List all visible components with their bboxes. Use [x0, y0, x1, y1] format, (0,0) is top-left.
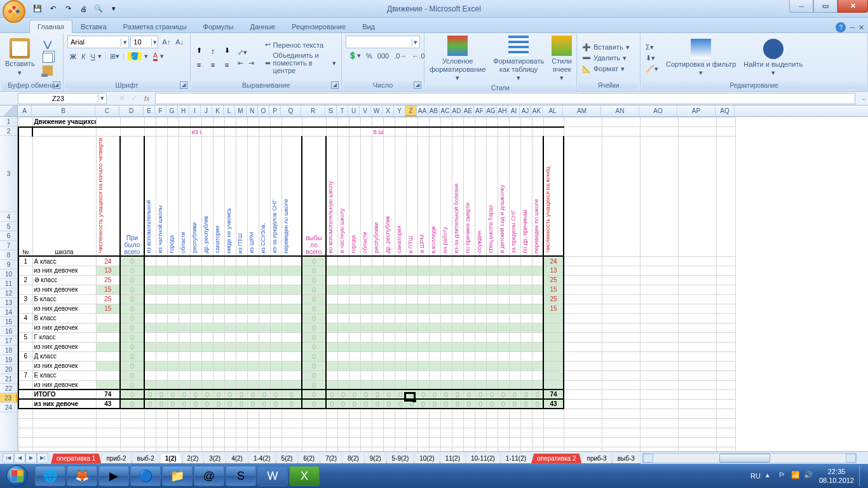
- language-indicator[interactable]: RU: [750, 472, 761, 480]
- ribbon-close-icon[interactable]: ✕: [858, 24, 864, 32]
- fill-color-button[interactable]: 🪣▾: [125, 51, 151, 62]
- sheet-tab[interactable]: 7(2): [320, 454, 342, 464]
- border-button[interactable]: ⊞▾: [107, 51, 122, 62]
- taskbar-firefox[interactable]: 🦊: [67, 466, 97, 486]
- increase-decimal-button[interactable]: .0→: [391, 51, 409, 60]
- column-header[interactable]: D: [119, 105, 144, 116]
- sheet-tab[interactable]: 10(2): [414, 454, 440, 464]
- row-header[interactable]: 3: [0, 136, 17, 212]
- column-header[interactable]: E: [144, 105, 155, 116]
- taskbar-explorer[interactable]: 📁: [162, 466, 193, 486]
- dialog-launcher-icon[interactable]: ◢: [53, 81, 60, 89]
- column-header[interactable]: S: [325, 105, 337, 116]
- row-header[interactable]: 23: [0, 393, 17, 403]
- save-icon[interactable]: 💾: [31, 2, 44, 16]
- ribbon-tab[interactable]: Данные: [241, 20, 283, 33]
- ribbon-tab[interactable]: Главная: [29, 20, 72, 33]
- dropdown-icon[interactable]: ▾: [98, 94, 106, 102]
- find-select-button[interactable]: Найти и выделить▾: [740, 37, 806, 78]
- cells-area[interactable]: Движение учащихся за 2 четверть ________…: [18, 117, 868, 451]
- column-header[interactable]: Q: [281, 105, 301, 116]
- column-header[interactable]: B: [32, 105, 95, 116]
- tab-first-icon[interactable]: |◀: [3, 453, 14, 463]
- dialog-launcher-icon[interactable]: ◢: [414, 81, 421, 89]
- column-header[interactable]: Y: [394, 105, 405, 116]
- row-header[interactable]: 12: [0, 288, 17, 298]
- row-header[interactable]: 10: [0, 269, 17, 279]
- clock[interactable]: 22:35 08.10.2012: [819, 467, 854, 485]
- tray-flag-icon[interactable]: 🏳: [778, 471, 789, 481]
- column-header[interactable]: AG: [485, 105, 497, 116]
- name-box-input[interactable]: [18, 95, 98, 102]
- taskbar-ie[interactable]: 🌐: [35, 466, 65, 486]
- office-button[interactable]: [3, 0, 25, 23]
- insert-cells-button[interactable]: ➕Вставить▾: [580, 43, 637, 52]
- dialog-launcher-icon[interactable]: ◢: [180, 81, 187, 89]
- sheet-tab[interactable]: 1-4(2): [248, 454, 276, 464]
- row-header[interactable]: 20: [0, 365, 17, 374]
- sheet-tab[interactable]: 2(2): [182, 454, 205, 464]
- align-left-button[interactable]: ≡: [192, 58, 206, 72]
- cell-styles-button[interactable]: Стили ячеек▾: [548, 34, 576, 84]
- column-header[interactable]: J: [201, 105, 212, 116]
- column-header[interactable]: U: [348, 105, 360, 116]
- tray-network-icon[interactable]: 📶: [791, 471, 801, 481]
- row-header[interactable]: 22: [0, 384, 17, 393]
- ribbon-minimize-icon[interactable]: ─: [850, 24, 855, 31]
- italic-button[interactable]: К: [79, 51, 88, 62]
- dropdown-icon[interactable]: ▾: [121, 38, 128, 46]
- sheet-tab[interactable]: 4(2): [226, 454, 248, 464]
- dropdown-icon[interactable]: ▾: [151, 38, 158, 46]
- column-header[interactable]: AM: [563, 105, 601, 116]
- sheet-tab[interactable]: 5-9(2): [386, 454, 415, 464]
- sheet-tab[interactable]: выб-3: [612, 454, 641, 464]
- preview-icon[interactable]: 🔍: [92, 2, 105, 16]
- bold-button[interactable]: Ж: [67, 51, 79, 62]
- qat-dropdown-icon[interactable]: ▾: [107, 2, 121, 16]
- font-size-combo[interactable]: ▾: [130, 36, 158, 48]
- column-header[interactable]: X: [383, 105, 394, 116]
- row-header[interactable]: 11: [0, 279, 17, 288]
- column-header[interactable]: G: [166, 105, 178, 116]
- format-as-table-button[interactable]: Форматировать как таблицу▾: [489, 34, 548, 84]
- taskbar-chrome[interactable]: 🔵: [130, 466, 161, 486]
- cancel-formula-icon[interactable]: ✕: [116, 93, 127, 104]
- accounting-format-button[interactable]: 💲▾: [346, 51, 363, 60]
- column-header[interactable]: M: [235, 105, 247, 116]
- row-header[interactable]: 2: [0, 126, 17, 136]
- scroll-right-icon[interactable]: [846, 454, 856, 463]
- sheet-tab[interactable]: 10-11(2): [465, 454, 501, 464]
- sheet-tab[interactable]: приб-3: [581, 454, 612, 464]
- maximize-button[interactable]: ▭: [813, 0, 837, 13]
- column-header[interactable]: I: [189, 105, 201, 116]
- autosum-button[interactable]: Σ▾: [643, 43, 661, 52]
- column-header[interactable]: Z: [405, 105, 417, 116]
- column-header[interactable]: AC: [440, 105, 451, 116]
- column-header[interactable]: H: [178, 105, 189, 116]
- help-icon[interactable]: ?: [836, 22, 846, 32]
- sheet-tab[interactable]: 8(2): [342, 454, 365, 464]
- sheet-tab[interactable]: 9(2): [364, 454, 387, 464]
- row-header[interactable]: 15: [0, 317, 17, 327]
- sort-filter-button[interactable]: Сортировка и фильтр▾: [662, 37, 740, 78]
- merge-center-button[interactable]: ⬌Объединить и поместить в центре▾: [262, 51, 339, 75]
- formula-input[interactable]: [155, 93, 855, 104]
- dialog-launcher-icon[interactable]: ◢: [331, 81, 339, 89]
- ribbon-tab[interactable]: Вставка: [72, 20, 115, 33]
- column-header[interactable]: AK: [531, 105, 543, 116]
- align-right-button[interactable]: ≡: [220, 58, 234, 72]
- column-header[interactable]: A: [18, 105, 32, 116]
- taskbar-excel[interactable]: X: [289, 466, 320, 486]
- align-top-button[interactable]: ⬆: [192, 44, 206, 58]
- row-header[interactable]: 19: [0, 355, 17, 365]
- column-header[interactable]: AB: [428, 105, 440, 116]
- copy-button[interactable]: [40, 52, 55, 64]
- number-format-combo[interactable]: ▾: [346, 36, 420, 48]
- grow-font-button[interactable]: A↑: [159, 36, 173, 48]
- minimize-button[interactable]: ─: [789, 0, 813, 13]
- fill-button[interactable]: ⬇▾: [643, 53, 661, 63]
- column-header[interactable]: C: [95, 105, 119, 116]
- column-header[interactable]: AF: [474, 105, 485, 116]
- sheet-tab[interactable]: 5(2): [276, 454, 299, 464]
- redo-icon[interactable]: ↷: [61, 2, 75, 16]
